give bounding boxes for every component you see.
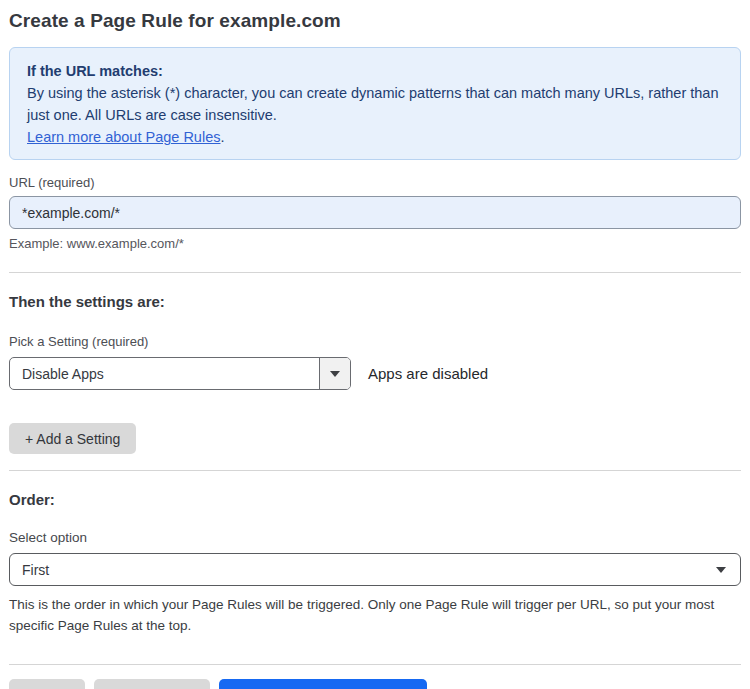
footer-divider [9,664,741,665]
pick-setting-label: Pick a Setting (required) [9,334,741,349]
info-box-link-line: Learn more about Page Rules. [27,126,723,148]
setting-dropdown[interactable]: Disable Apps [9,357,351,390]
url-helper-text: Example: www.example.com/* [9,236,741,251]
learn-more-link[interactable]: Learn more about Page Rules [27,129,220,145]
setting-dropdown-value: Disable Apps [10,358,319,389]
cancel-button[interactable]: Cancel [9,679,85,689]
caret-down-icon [716,567,726,573]
setting-dropdown-caret-button[interactable] [319,358,350,389]
link-suffix: . [220,129,224,145]
section-divider [9,470,741,471]
add-setting-button[interactable]: + Add a Setting [9,423,136,454]
setting-status-text: Apps are disabled [368,365,488,382]
save-as-draft-button[interactable]: Save as Draft [94,679,211,689]
info-box-body: By using the asterisk (*) character, you… [27,82,723,126]
section-divider [9,272,741,273]
info-box-heading: If the URL matches: [27,60,723,82]
settings-section-heading: Then the settings are: [9,293,741,310]
order-section-heading: Order: [9,491,741,508]
save-and-deploy-button[interactable]: Save and Deploy Page Rule [219,679,427,689]
url-input[interactable] [9,196,741,229]
footer-button-bar: Cancel Save as Draft Save and Deploy Pag… [9,679,741,689]
order-helper-text: This is the order in which your Page Rul… [9,594,725,636]
order-select[interactable]: First [9,553,741,586]
create-page-rule-panel: Create a Page Rule for example.com If th… [0,0,750,689]
page-title: Create a Page Rule for example.com [9,8,741,32]
order-select-value: First [22,562,716,578]
setting-row: Disable Apps Apps are disabled [9,357,741,390]
url-match-info-box: If the URL matches: By using the asteris… [9,47,741,160]
caret-down-icon [330,371,340,377]
url-label: URL (required) [9,175,741,190]
order-select-label: Select option [9,530,741,545]
